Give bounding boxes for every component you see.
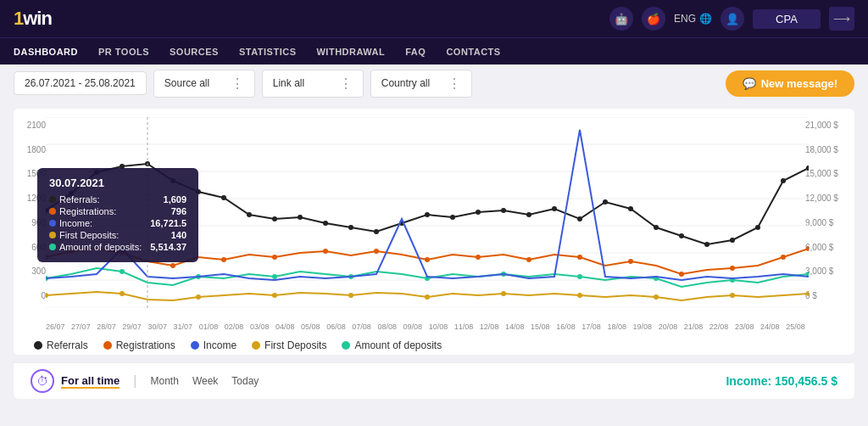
x-axis-labels: 26/07 27/07 28/07 29/07 30/07 31/07 01/0…: [20, 322, 848, 331]
svg-point-43: [221, 257, 226, 262]
nav-item-statistics[interactable]: STATISTICS: [239, 47, 297, 57]
nav-item-dashboard[interactable]: DASHBOARD: [14, 47, 78, 57]
svg-point-70: [272, 293, 277, 298]
svg-point-57: [120, 269, 125, 274]
svg-point-46: [374, 249, 379, 254]
svg-point-20: [348, 225, 353, 230]
country-menu-icon: ⋮: [448, 76, 461, 92]
svg-point-77: [806, 291, 809, 296]
tooltip-row-deposit-amount: Amount of deposits: 5,514.37: [49, 242, 186, 252]
svg-point-24: [450, 215, 455, 220]
logout-button[interactable]: ⟶: [829, 7, 854, 31]
chat-icon: 💬: [743, 77, 756, 90]
svg-point-33: [679, 233, 684, 238]
cpa-button[interactable]: CPA: [753, 9, 821, 29]
svg-point-52: [679, 272, 684, 277]
apple-icon[interactable]: 🍎: [642, 7, 665, 31]
chart-legend: Referrals Registrations Income First Dep…: [20, 336, 848, 355]
legend-amount-deposits: Amount of deposits: [342, 339, 442, 351]
svg-point-28: [552, 206, 557, 211]
svg-point-59: [272, 274, 277, 279]
nav-item-contacts[interactable]: CONTACTS: [446, 47, 500, 57]
nav-item-withdrawal[interactable]: WITHDRAWAL: [316, 47, 385, 57]
svg-point-69: [196, 294, 201, 300]
svg-point-17: [272, 216, 277, 221]
lang-selector[interactable]: ENG 🌐: [674, 13, 712, 25]
source-filter-button[interactable]: Source all ⋮: [153, 70, 255, 98]
lang-label: ENG: [674, 13, 696, 25]
svg-point-51: [628, 259, 633, 264]
android-icon[interactable]: 🤖: [609, 7, 633, 31]
bottom-bar: ⏱ For all time | Month Week Today Income…: [14, 362, 854, 399]
svg-point-67: [46, 293, 48, 298]
svg-point-48: [476, 255, 481, 260]
week-filter-button[interactable]: Week: [192, 375, 218, 387]
svg-point-37: [781, 178, 786, 183]
source-menu-icon: ⋮: [231, 76, 244, 92]
link-filter-button[interactable]: Link all ⋮: [262, 70, 364, 98]
header-right: 🤖 🍎 ENG 🌐 👤 CPA ⟶: [609, 7, 854, 31]
svg-point-44: [272, 255, 277, 260]
svg-point-54: [781, 255, 786, 260]
svg-point-53: [730, 266, 735, 271]
svg-point-27: [526, 212, 531, 217]
svg-point-16: [247, 212, 252, 217]
tooltip-row-income: Income: 16,721.5: [49, 218, 186, 228]
svg-point-75: [654, 294, 659, 300]
svg-point-72: [425, 294, 430, 300]
new-message-button[interactable]: 💬 New message!: [726, 70, 854, 97]
globe-icon: 🌐: [699, 13, 712, 25]
svg-point-23: [425, 212, 430, 217]
svg-point-21: [374, 229, 379, 234]
svg-point-31: [628, 206, 633, 211]
tooltip-date: 30.07.2021: [49, 177, 186, 189]
svg-point-63: [577, 274, 582, 279]
link-menu-icon: ⋮: [339, 76, 353, 92]
svg-point-45: [323, 249, 328, 254]
nav-item-sources[interactable]: SOURCES: [170, 47, 219, 57]
today-filter-button[interactable]: Today: [231, 375, 259, 387]
for-all-time-label[interactable]: For all time: [61, 374, 120, 389]
logo: 1win: [14, 8, 52, 30]
svg-point-49: [526, 257, 531, 262]
tooltip-row-first-deposits: First Deposits: 140: [49, 230, 186, 240]
svg-point-32: [654, 225, 659, 230]
nav: DASHBOARD PR TOOLS SOURCES STATISTICS WI…: [0, 37, 868, 64]
svg-point-19: [323, 221, 328, 226]
svg-point-50: [577, 255, 582, 260]
month-filter-button[interactable]: Month: [151, 375, 179, 387]
toolbar: 26.07.2021 - 25.08.2021 Source all ⋮ Lin…: [0, 64, 868, 102]
svg-point-34: [704, 242, 709, 247]
legend-first-deposits: First Deposits: [252, 339, 326, 351]
user-icon[interactable]: 👤: [721, 7, 744, 31]
svg-point-68: [120, 291, 125, 296]
svg-point-55: [806, 246, 809, 251]
tooltip-row-registrations: Registrations: 796: [49, 206, 186, 216]
legend-referrals: Referrals: [34, 339, 88, 351]
svg-point-73: [501, 291, 506, 296]
legend-income: Income: [191, 339, 236, 351]
bottom-left: ⏱ For all time | Month Week Today: [31, 369, 259, 393]
tooltip-row-referrals: Referrals: 1,609: [49, 194, 186, 205]
svg-point-30: [603, 199, 608, 205]
for-all-time: ⏱ For all time: [31, 369, 120, 393]
svg-point-71: [348, 293, 353, 298]
legend-registrations: Registrations: [103, 339, 175, 351]
toolbar-left: 26.07.2021 - 25.08.2021 Source all ⋮ Lin…: [14, 70, 472, 98]
svg-point-36: [755, 225, 760, 230]
nav-item-pr-tools[interactable]: PR TOOLS: [98, 47, 149, 57]
y-axis-right: 21,000 $ 18,000 $ 15,000 $ 12,000 $ 9,00…: [805, 117, 848, 304]
income-total: Income: 150,456.5 $: [726, 374, 837, 388]
nav-item-faq[interactable]: FAQ: [405, 47, 426, 57]
chart-container: 2100 1800 1500 1200 900 600 300 0 21,000…: [20, 117, 848, 321]
svg-point-42: [170, 263, 175, 268]
svg-point-74: [577, 293, 582, 298]
svg-point-76: [730, 293, 735, 298]
svg-point-18: [298, 215, 303, 220]
date-range-button[interactable]: 26.07.2021 - 25.08.2021: [14, 71, 147, 95]
svg-point-26: [501, 208, 506, 213]
country-filter-button[interactable]: Country all ⋮: [370, 70, 472, 98]
svg-point-29: [577, 216, 582, 221]
svg-point-15: [221, 195, 226, 200]
chart-area: 2100 1800 1500 1200 900 600 300 0 21,000…: [14, 109, 854, 355]
